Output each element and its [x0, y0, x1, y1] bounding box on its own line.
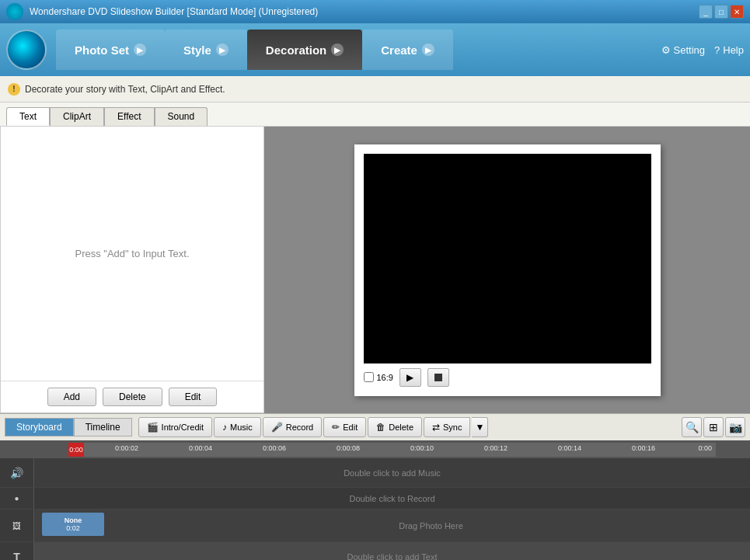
sync-dropdown-arrow[interactable]: ▼ — [472, 417, 488, 437]
sub-tab-clipart-label: ClipArt — [63, 111, 91, 122]
ruler-mark-8: 0:00:16 — [632, 444, 655, 452]
sub-tab-sound-label: Sound — [168, 111, 195, 122]
text-track-row: T Double click to add Text — [0, 542, 750, 560]
minimize-button[interactable]: _ — [699, 5, 713, 19]
nav-tab-decoration[interactable]: Decoration ▶ — [247, 30, 362, 70]
edit-button[interactable]: Edit — [169, 388, 218, 406]
zoom-fit-icon: ⊞ — [709, 421, 718, 433]
music-track-row: 🔊 Double click to add Music — [0, 458, 750, 488]
sub-tab-sound[interactable]: Sound — [155, 107, 208, 126]
nav-tab-style[interactable]: Style ▶ — [165, 30, 247, 70]
help-button[interactable]: ? Help — [714, 44, 744, 56]
add-button[interactable]: Add — [47, 388, 96, 406]
preview-video — [364, 154, 651, 363]
sub-tab-clipart[interactable]: ClipArt — [50, 107, 104, 126]
record-button[interactable]: 🎤 Record — [263, 417, 322, 437]
stop-icon — [434, 374, 442, 381]
nav-tab-photoset-arrow: ▶ — [134, 43, 146, 56]
preview-frame: 16:9 ▶ — [354, 144, 661, 396]
right-preview: 16:9 ▶ — [264, 127, 750, 413]
maximize-button[interactable]: □ — [714, 5, 728, 19]
timeline-label: Timeline — [85, 422, 120, 433]
timeline-tab[interactable]: Timeline — [74, 418, 132, 437]
view-tabs: Storyboard Timeline — [5, 418, 132, 437]
ruler-mark-4: 0:00:08 — [337, 444, 360, 452]
left-panel: Press "Add" to Input Text. Add Delete Ed… — [0, 127, 264, 413]
window-controls[interactable]: _ □ ✕ — [699, 5, 744, 19]
help-label: Help — [723, 44, 744, 56]
zoom-out-button[interactable]: 📷 — [725, 417, 745, 437]
music-track-content[interactable]: Double click to add Music — [34, 458, 750, 487]
intro-credit-label: Intro/Credit — [162, 423, 204, 432]
ruler-mark-5: 0:00:10 — [410, 444, 434, 452]
text-input-area[interactable]: Press "Add" to Input Text. — [1, 127, 263, 381]
sync-icon: ⇄ — [432, 422, 440, 433]
text-track-placeholder: Double click to add Text — [347, 552, 438, 561]
zoom-in-icon: 🔍 — [685, 421, 699, 433]
settings-label: Setting — [674, 44, 705, 56]
intro-credit-button[interactable]: 🎬 Intro/Credit — [138, 417, 212, 437]
sub-tab-text[interactable]: Text — [6, 107, 50, 126]
close-button[interactable]: ✕ — [730, 5, 744, 19]
sub-tab-effect[interactable]: Effect — [104, 107, 154, 126]
chevron-down-icon: ▼ — [475, 422, 484, 433]
photo-track-row: 🖼 None 0:02 Drag Photo Here — [0, 510, 750, 542]
ruler-mark-1: 0:00:02 — [115, 444, 138, 452]
nav-tab-decoration-label: Decoration — [266, 43, 326, 57]
zoom-controls: 🔍 ⊞ 📷 — [682, 417, 745, 437]
delete-label: Delete — [389, 423, 413, 432]
info-icon: ! — [8, 83, 20, 96]
zoom-out-icon: 📷 — [729, 421, 742, 433]
text-track-content[interactable]: Double click to add Text — [34, 542, 750, 560]
photo-track-content[interactable]: None 0:02 Drag Photo Here — [34, 510, 750, 541]
nav-bar: Photo Set ▶ Style ▶ Decoration ▶ Create … — [0, 23, 750, 76]
edit-button-toolbar[interactable]: ✏ Edit — [323, 417, 366, 437]
settings-button[interactable]: ⚙ Setting — [661, 44, 705, 56]
play-icon: ▶ — [406, 372, 413, 383]
photo-track-icon: 🖼 — [0, 510, 34, 541]
music-icon: ♪ — [222, 422, 227, 433]
delete-button[interactable]: Delete — [103, 388, 162, 406]
nav-tab-photoset[interactable]: Photo Set ▶ — [56, 30, 165, 70]
photo-clip[interactable]: None 0:02 — [42, 513, 104, 536]
nav-tab-create-arrow: ▶ — [422, 43, 434, 56]
nav-tab-create[interactable]: Create ▶ — [362, 30, 453, 70]
text-icon: T — [13, 551, 20, 561]
delete-icon: 🗑 — [376, 422, 385, 433]
left-panel-buttons: Add Delete Edit — [1, 381, 263, 412]
mic-track-icon: ● — [14, 494, 19, 503]
stop-button[interactable] — [427, 368, 449, 387]
nav-tab-style-label: Style — [183, 43, 211, 57]
aspect-label: 16:9 — [377, 373, 393, 382]
ruler-mark-6: 0:00:12 — [484, 444, 508, 452]
ruler-mark-3: 0:00:06 — [263, 444, 286, 452]
aspect-ratio: 16:9 — [364, 372, 393, 382]
photo-icon: 🖼 — [12, 521, 21, 530]
nav-tab-decoration-arrow: ▶ — [331, 43, 344, 56]
music-track-placeholder: Double click to add Music — [344, 468, 441, 478]
sync-label: Sync — [443, 423, 462, 432]
record-track-content[interactable]: Double click to Record — [34, 488, 750, 509]
play-button[interactable]: ▶ — [399, 368, 421, 387]
nav-tab-style-arrow: ▶ — [216, 43, 228, 56]
sub-tabs: Text ClipArt Effect Sound — [0, 103, 750, 126]
edit-icon: ✏ — [332, 422, 340, 433]
zoom-in-button[interactable]: 🔍 — [682, 417, 702, 437]
main-content: Press "Add" to Input Text. Add Delete Ed… — [0, 126, 750, 413]
aspect-checkbox[interactable] — [364, 372, 374, 382]
ruler-start: 0:00 — [68, 443, 84, 457]
storyboard-tab[interactable]: Storyboard — [5, 418, 74, 437]
music-button[interactable]: ♪ Music — [214, 417, 261, 437]
music-track-icon: 🔊 — [0, 458, 34, 487]
sync-button[interactable]: ⇄ Sync — [424, 417, 470, 437]
gear-icon: ⚙ — [661, 44, 671, 56]
ruler-track: 0:00 0:00:02 0:00:04 0:00:06 0:00:08 0:0… — [68, 443, 716, 457]
title-bar: Wondershare DVD Slideshow Builder [Stand… — [0, 0, 750, 23]
settings-area: ⚙ Setting ? Help — [661, 44, 744, 56]
clip-label: None — [65, 517, 82, 524]
edit-label: Edit — [343, 423, 358, 432]
clip-time: 0:02 — [66, 524, 80, 532]
zoom-fit-button[interactable]: ⊞ — [703, 417, 724, 437]
delete-button-toolbar[interactable]: 🗑 Delete — [368, 417, 422, 437]
mic-icon: 🎤 — [271, 422, 283, 433]
